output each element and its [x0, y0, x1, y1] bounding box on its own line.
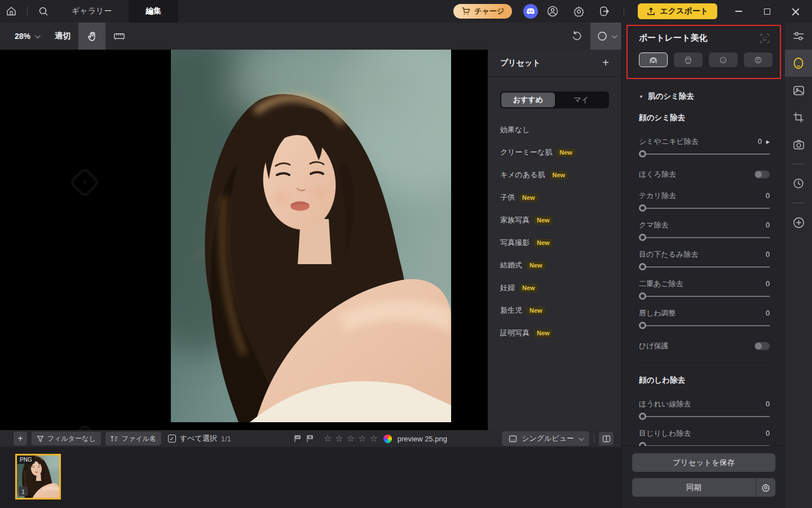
plus-circle-icon: [792, 216, 805, 229]
section-skin-blemish[interactable]: ▼ 肌のシミ除去: [639, 91, 770, 102]
photo-icon: [792, 84, 805, 97]
star-icon[interactable]: ☆: [369, 434, 377, 443]
flag-reject-icon[interactable]: [306, 434, 315, 443]
filter-button[interactable]: フィルターなし: [32, 432, 101, 445]
tab-gallery[interactable]: ギャラリー: [55, 0, 129, 23]
sort-icon: [111, 435, 118, 443]
slider-knob[interactable]: [639, 442, 646, 446]
logout-button[interactable]: [593, 0, 616, 23]
star-icon[interactable]: ☆: [358, 434, 366, 443]
logout-icon: [599, 6, 610, 17]
ruler-tool-button[interactable]: [105, 23, 133, 50]
rail-adjustments-button[interactable]: [785, 23, 812, 50]
zoom-level-dropdown[interactable]: 28%: [0, 32, 47, 41]
flag-pick-icon[interactable]: [293, 434, 302, 443]
hand-tool-button[interactable]: [78, 23, 105, 50]
star-icon[interactable]: ☆: [324, 434, 332, 443]
sync-settings-button[interactable]: [756, 478, 775, 497]
charge-button[interactable]: チャージ: [453, 4, 512, 19]
slider-track[interactable]: [639, 260, 770, 274]
slider-label: クマ除去: [639, 220, 766, 230]
toggle-switch[interactable]: [754, 342, 770, 350]
sort-button[interactable]: ファイル名: [105, 432, 161, 445]
slider-label: 目じりしわ除去: [639, 428, 766, 439]
preset-item[interactable]: キメのある肌New: [488, 164, 621, 186]
settings-button[interactable]: [567, 0, 590, 23]
slider-track[interactable]: [639, 147, 770, 161]
sync-button-label[interactable]: 同期: [632, 478, 756, 497]
slider-knob[interactable]: [639, 150, 646, 157]
photo-preview[interactable]: [171, 50, 451, 422]
save-preset-button[interactable]: プリセットを保存: [632, 453, 775, 472]
slider-track[interactable]: [639, 289, 770, 304]
add-preset-button[interactable]: +: [602, 56, 609, 69]
preset-item[interactable]: 効果なし: [488, 119, 621, 141]
home-icon: [6, 6, 17, 17]
tab-recommended[interactable]: おすすめ: [501, 93, 555, 107]
preset-item[interactable]: 家族写真New: [488, 209, 621, 231]
undo-button[interactable]: [563, 23, 590, 50]
expand-arrow-icon[interactable]: ▶: [766, 139, 770, 144]
tab-edit[interactable]: 編集: [129, 0, 178, 23]
fit-view-button[interactable]: 適切: [47, 31, 78, 41]
gear-icon: [761, 483, 770, 492]
sync-button[interactable]: 同期: [632, 478, 775, 497]
star-icon[interactable]: ☆: [347, 434, 355, 443]
discord-button[interactable]: [523, 4, 538, 19]
rail-crop-button[interactable]: [785, 104, 812, 131]
filmstrip-toolbar: + フィルターなし ファイル名 ✓ すべて選択 1/1 ☆ ☆ ☆ ☆ ☆ pr…: [0, 430, 621, 447]
filmstrip-thumbnail[interactable]: PNG 1: [15, 454, 61, 500]
slider-track[interactable]: [639, 439, 770, 446]
preset-item[interactable]: クリーミーな肌New: [488, 141, 621, 164]
slider-track[interactable]: [639, 201, 770, 216]
preset-item[interactable]: 証明写真New: [488, 322, 621, 344]
image-canvas[interactable]: [0, 50, 488, 430]
account-button[interactable]: [541, 0, 564, 23]
tab-my-presets[interactable]: マイ: [555, 93, 608, 107]
slider-row: テカリ除去0: [639, 191, 770, 216]
search-button[interactable]: [32, 0, 55, 23]
slider-knob[interactable]: [639, 322, 646, 329]
color-label-icon[interactable]: [383, 435, 392, 443]
view-mode-dropdown[interactable]: シングルビュー: [502, 431, 589, 446]
window-minimize-button[interactable]: [726, 0, 751, 23]
app-window: ギャラリー 編集 チャージ エクスポート: [0, 0, 812, 508]
compare-view-button[interactable]: [590, 23, 621, 50]
window-maximize-button[interactable]: [754, 0, 779, 23]
slider-track[interactable]: [639, 230, 770, 245]
new-badge: New: [519, 194, 538, 202]
export-button[interactable]: エクスポート: [638, 3, 717, 19]
star-icon[interactable]: ☆: [335, 434, 343, 443]
toggle-switch[interactable]: [754, 170, 770, 178]
divider: [792, 203, 805, 203]
split-view-button[interactable]: [599, 432, 614, 445]
preset-item[interactable]: 妊婦New: [488, 277, 621, 299]
slider-track[interactable]: [639, 318, 770, 333]
slider-value: 0: [766, 192, 770, 200]
slider-knob[interactable]: [639, 263, 646, 270]
checkbox-checked-icon[interactable]: ✓: [168, 435, 176, 443]
chevron-down-icon: [35, 33, 41, 38]
tool-rail: [785, 23, 812, 508]
slider-track[interactable]: [639, 409, 770, 424]
window-close-button[interactable]: [783, 0, 807, 23]
rail-background-button[interactable]: [785, 77, 812, 104]
slider-knob[interactable]: [639, 413, 646, 420]
preset-item[interactable]: 新生児New: [488, 299, 621, 322]
select-all-control[interactable]: ✓ すべて選択 1/1: [168, 433, 231, 444]
add-photo-button[interactable]: +: [14, 432, 27, 445]
slider-knob[interactable]: [639, 292, 646, 300]
preset-item[interactable]: 子供New: [488, 186, 621, 209]
slider-label: ほうれい線除去: [639, 399, 766, 409]
rail-portrait-button[interactable]: [785, 50, 812, 77]
rail-add-button[interactable]: [785, 209, 812, 236]
preset-item[interactable]: 写真撮影New: [488, 231, 621, 254]
maximize-icon: [764, 8, 770, 15]
slider-knob[interactable]: [639, 204, 646, 212]
slider-knob[interactable]: [639, 234, 646, 241]
rail-history-button[interactable]: [785, 170, 812, 197]
home-button[interactable]: [0, 0, 23, 23]
preset-item[interactable]: 結婚式New: [488, 254, 621, 277]
slider-row: ほうれい線除去0: [639, 399, 770, 424]
rail-camera-button[interactable]: [785, 131, 812, 158]
